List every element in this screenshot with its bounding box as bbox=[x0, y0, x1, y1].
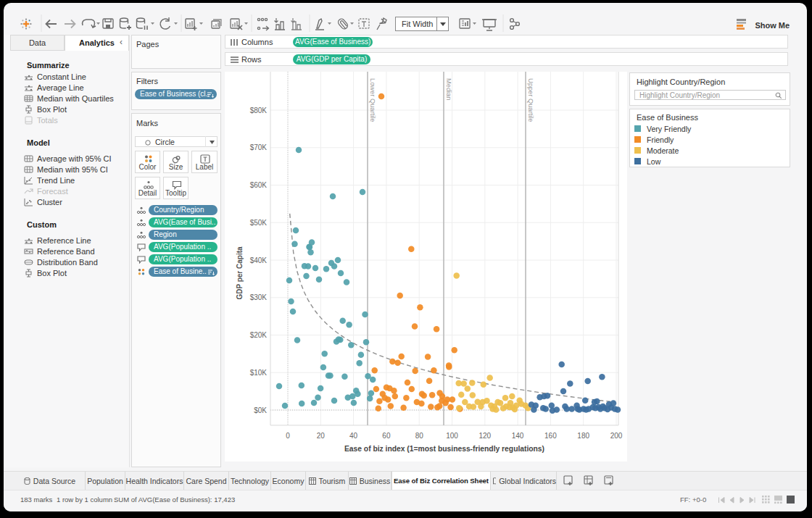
svg-text:Upper Quartile: Upper Quartile bbox=[527, 78, 534, 122]
svg-text:$70K: $70K bbox=[250, 143, 268, 151]
svg-text:180: 180 bbox=[577, 432, 589, 440]
svg-text:200: 200 bbox=[610, 432, 623, 440]
svg-text:140: 140 bbox=[512, 432, 524, 440]
svg-text:$0K: $0K bbox=[254, 406, 267, 414]
svg-text:Very Friendly: Very Friendly bbox=[647, 125, 692, 133]
svg-text:GDP per Capita: GDP per Capita bbox=[236, 246, 244, 300]
svg-text:Friendly: Friendly bbox=[647, 135, 674, 144]
svg-text:120: 120 bbox=[478, 432, 491, 440]
svg-text:$80K: $80K bbox=[250, 106, 268, 114]
svg-text:Median: Median bbox=[445, 78, 452, 101]
svg-text:80: 80 bbox=[415, 432, 424, 440]
svg-text:$30K: $30K bbox=[250, 293, 268, 301]
svg-text:Low: Low bbox=[647, 157, 661, 166]
svg-text:20: 20 bbox=[317, 432, 326, 440]
svg-text:$50K: $50K bbox=[250, 219, 268, 227]
svg-text:$10K: $10K bbox=[250, 369, 268, 377]
svg-text:Ease of biz index (1=most busi: Ease of biz index (1=most business-frien… bbox=[344, 445, 544, 453]
svg-text:60: 60 bbox=[382, 432, 391, 440]
svg-text:Lower Quartile: Lower Quartile bbox=[369, 78, 376, 122]
svg-text:160: 160 bbox=[544, 432, 557, 440]
svg-text:Moderate: Moderate bbox=[647, 146, 679, 155]
svg-text:$40K: $40K bbox=[250, 256, 268, 264]
svg-text:0: 0 bbox=[286, 432, 290, 440]
svg-text:40: 40 bbox=[349, 432, 358, 440]
svg-text:$60K: $60K bbox=[250, 181, 268, 189]
svg-text:$20K: $20K bbox=[250, 331, 268, 339]
svg-text:100: 100 bbox=[446, 432, 458, 440]
